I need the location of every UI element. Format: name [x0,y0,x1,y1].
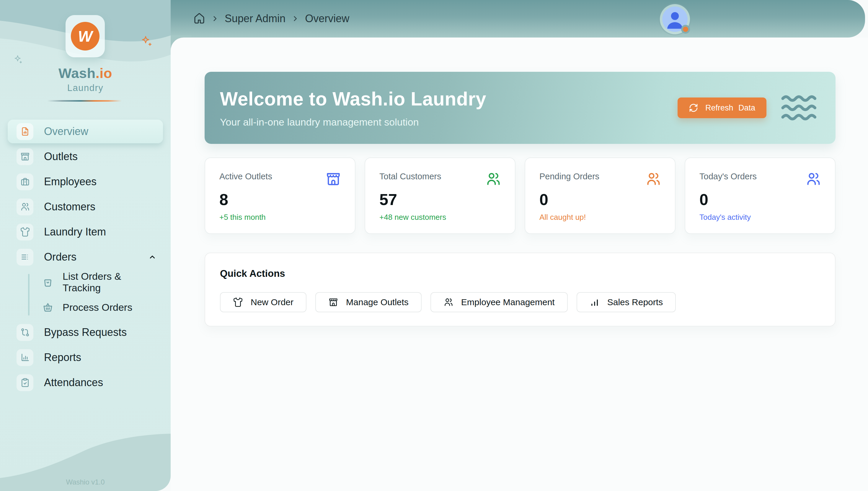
users-icon [443,297,454,307]
sidebar-menu: Overview Outlets Employees Customers [0,120,170,395]
sidebar-item-list-orders-tracking[interactable]: List Orders & Tracking [39,270,163,294]
store-icon [328,297,338,307]
sidebar-item-label: Attendances [44,376,103,389]
brand-divider [47,100,122,102]
stat-note: +48 new customers [379,213,501,222]
stat-note: Today's activity [700,213,821,222]
manage-outlets-button[interactable]: Manage Outlets [315,292,422,312]
sidebar-item-employees[interactable]: Employees [8,170,163,194]
shirt-icon [17,224,33,240]
stat-label: Pending Orders [539,172,661,181]
sales-reports-button[interactable]: Sales Reports [577,292,676,312]
store-icon [17,148,33,165]
clipboard-check-icon [17,374,33,391]
basket-icon [42,301,54,313]
shopping-bag-icon [42,276,54,288]
bar-chart-axis-icon [17,349,33,366]
list-icon [17,249,33,266]
briefcase-icon [17,173,33,190]
brand-name: Wash.io [0,65,170,81]
sidebar-item-label: Outlets [44,150,78,163]
sidebar: W Wash.io Laundry Overview Outlets [0,0,170,491]
sidebar-item-label: Laundry Item [44,226,106,238]
sidebar-item-outlets[interactable]: Outlets [8,145,163,168]
sparkle-icon [140,35,153,49]
sidebar-item-label: List Orders & Tracking [63,270,160,294]
chevron-right-icon [211,15,219,23]
users-icon [805,171,822,188]
sidebar-item-overview[interactable]: Overview [8,120,163,143]
stat-value: 8 [219,190,341,208]
users-icon [645,171,661,188]
sidebar-item-customers[interactable]: Customers [8,195,163,219]
banner-right: Refresh Data [678,94,818,122]
stat-value: 0 [539,190,661,208]
logo-letter: W [71,22,99,51]
users-icon [17,199,33,215]
sidebar-item-attendances[interactable]: Attendances [8,371,163,395]
breadcrumb-super-admin[interactable]: Super Admin [225,12,285,25]
brand-subtitle: Laundry [0,83,170,93]
button-label: Sales Reports [607,297,663,307]
button-label: Employee Management [461,297,555,307]
bar-chart-icon [590,297,600,307]
sidebar-item-label: Overview [44,125,88,138]
button-label: New Order [251,297,293,307]
stat-card-total-customers: Total Customers 57 +48 new customers [365,157,516,234]
sidebar-item-process-orders[interactable]: Process Orders [39,295,163,319]
welcome-banner: Welcome to Wash.io Laundry Your all-in-o… [205,72,836,144]
sidebar-item-label: Reports [44,351,81,364]
sidebar-item-label: Customers [44,201,95,213]
banner-subtitle: Your all-in-one laundry management solut… [220,116,486,128]
refresh-label: Refresh Data [705,104,755,113]
sidebar-item-laundry-item[interactable]: Laundry Item [8,220,163,244]
stat-label: Active Outlets [219,172,341,181]
stat-card-active-outlets: Active Outlets 8 +5 this month [205,157,355,234]
stats-row: Active Outlets 8 +5 this month Total Cus… [205,157,836,234]
sidebar-item-orders[interactable]: Orders [8,245,163,269]
button-label: Manage Outlets [346,297,409,307]
home-icon[interactable] [193,13,205,25]
banner-title: Welcome to Wash.io Laundry [220,88,486,110]
app-logo: W [66,15,105,57]
users-icon [485,171,501,188]
chevron-right-icon [291,15,299,23]
stat-card-pending-orders: Pending Orders 0 All caught up! [525,157,676,234]
employee-management-button[interactable]: Employee Management [430,292,568,312]
avatar[interactable] [662,6,688,32]
quick-actions-title: Quick Actions [220,268,820,279]
waves-icon [781,94,818,122]
stat-note: +5 this month [219,213,341,222]
route-icon [17,324,33,341]
app-version: Washio v1.0 [0,478,170,486]
stat-card-todays-orders: Today's Orders 0 Today's activity [685,157,836,234]
breadcrumb: Super Admin Overview [193,9,349,28]
quick-actions-panel: Quick Actions New Order Manage Outlets [205,253,836,326]
sidebar-item-label: Process Orders [63,301,132,313]
quick-actions-row: New Order Manage Outlets Employee Manage… [220,292,820,312]
submenu-guide-line [28,274,30,316]
status-dot [681,25,690,34]
stat-label: Today's Orders [700,172,821,181]
page: Welcome to Wash.io Laundry Your all-in-o… [0,0,868,491]
stat-label: Total Customers [379,172,501,181]
main-content: Welcome to Wash.io Laundry Your all-in-o… [170,37,868,491]
breadcrumb-overview[interactable]: Overview [305,12,349,25]
file-chart-icon [17,123,33,140]
sidebar-item-label: Orders [44,251,76,263]
sidebar-item-bypass-requests[interactable]: Bypass Requests [8,321,163,344]
sidebar-item-label: Employees [44,175,97,188]
sparkle-icon [13,54,24,66]
store-icon [326,171,341,188]
shirt-icon [233,297,243,307]
banner-text: Welcome to Wash.io Laundry Your all-in-o… [220,88,486,128]
refresh-icon [689,103,698,113]
stat-value: 0 [700,190,821,208]
stat-note: All caught up! [539,213,661,222]
new-order-button[interactable]: New Order [220,292,306,312]
chevron-up-icon[interactable] [148,252,157,262]
orders-submenu: List Orders & Tracking Process Orders [0,270,170,319]
sidebar-item-label: Bypass Requests [44,326,127,339]
sidebar-item-reports[interactable]: Reports [8,346,163,369]
refresh-data-button[interactable]: Refresh Data [678,97,767,118]
